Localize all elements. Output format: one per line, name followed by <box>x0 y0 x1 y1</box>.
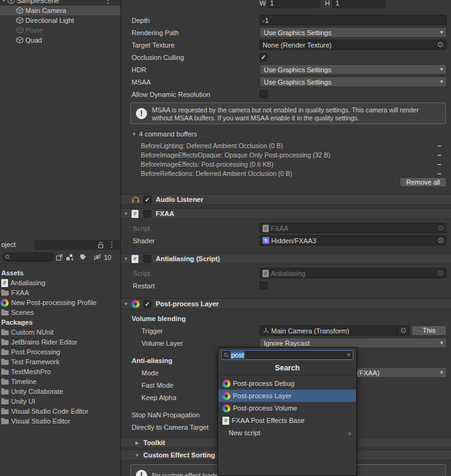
foldout-open-icon[interactable]: ▼ <box>130 132 138 137</box>
remove-buffer-icon[interactable]: − <box>437 141 441 151</box>
package-row[interactable]: TextMeshPro <box>0 367 120 377</box>
occlusion-culling-checkbox[interactable]: ✓ <box>259 53 268 61</box>
package-row[interactable]: Visual Studio Editor <box>0 416 120 426</box>
popup-item-label: New script <box>229 429 260 436</box>
package-label: Visual Studio Editor <box>11 417 70 425</box>
object-picker-icon[interactable]: ⊙ <box>437 236 444 245</box>
component-header-post-process-layer[interactable]: ▼ ✓ Post-process Layer ? ⋮ <box>121 298 451 309</box>
asset-row-post-processing-profile[interactable]: New Post-processing Profile <box>0 298 120 307</box>
object-picker-icon[interactable]: ⊙ <box>437 40 444 49</box>
this-button[interactable]: This <box>411 325 447 336</box>
package-row[interactable]: Post Processing <box>0 347 120 357</box>
asset-row-antialiasing[interactable]: # Antialiasing <box>0 278 120 288</box>
scene-label: SampleScene <box>17 0 59 4</box>
target-texture-field[interactable]: None (Render Texture) ⊙ <box>259 40 447 50</box>
hierarchy-item-quad[interactable]: Quad <box>0 35 120 45</box>
restart-checkbox[interactable] <box>259 282 268 290</box>
object-picker-icon[interactable]: ⊙ <box>397 326 407 335</box>
project-kebab-icon[interactable]: ⋮ <box>108 241 116 248</box>
hierarchy-item-plane[interactable]: Plane <box>0 25 120 35</box>
command-buffers-label[interactable]: 4 command buffers <box>139 129 197 139</box>
scene-kebab-icon[interactable]: ⋮ <box>104 0 112 4</box>
popup-item-label: Post-process Debug <box>233 380 295 387</box>
width-field[interactable]: 1 <box>267 0 320 8</box>
depth-field[interactable]: -1 <box>259 15 447 25</box>
msaa-dropdown[interactable]: Use Graphics Settings ▾ <box>259 77 447 87</box>
occlusion-culling-label: Occlusion Culling <box>132 52 184 62</box>
asset-row-scenes[interactable]: Scenes <box>0 307 120 317</box>
foldout-open-icon[interactable]: ▼ <box>122 301 130 307</box>
tab-project[interactable]: oject <box>0 240 35 250</box>
popup-item-post-process-volume[interactable]: Post-process Volume <box>219 402 356 414</box>
trigger-object-field[interactable]: Main Camera (Transform) ⊙ <box>259 325 410 336</box>
popup-item-post-process-layer[interactable]: Post-process Layer <box>219 390 356 402</box>
hierarchy-item-label: Plane <box>25 27 43 34</box>
remove-buffer-icon[interactable]: − <box>437 151 441 160</box>
hierarchy-item-label: Directional Light <box>25 17 74 24</box>
project-search-input[interactable] <box>11 254 49 261</box>
height-field[interactable]: 1 <box>332 0 386 8</box>
component-header-antialiasing[interactable]: ▼ # Antialiasing (Script) ? ⋮ <box>121 253 451 264</box>
package-row[interactable]: Visual Studio Code Editor <box>0 406 120 416</box>
folder-icon <box>1 291 9 296</box>
filter-by-type-icon[interactable] <box>65 253 74 262</box>
hidden-count: 10 <box>104 253 111 262</box>
hierarchy-scene-header[interactable]: ▼ SampleScene ⋮ <box>0 0 120 6</box>
asset-label: Scenes <box>11 309 34 316</box>
foldout-closed-icon[interactable]: ▶ <box>133 440 141 446</box>
submenu-chevron-icon: › <box>348 428 351 438</box>
package-row[interactable]: Unity UI <box>0 396 120 406</box>
allow-dynamic-resolution-checkbox[interactable] <box>259 90 268 98</box>
package-row[interactable]: JetBrains Rider Editor <box>0 337 120 347</box>
hierarchy-item-main-camera[interactable]: Main Camera <box>0 6 120 15</box>
filter-by-label-icon[interactable] <box>80 253 86 262</box>
popup-search-value[interactable]: post <box>230 351 245 359</box>
ppl-enabled-checkbox[interactable]: ✓ <box>143 300 151 308</box>
asset-row-fxaa[interactable]: FXAA <box>0 288 120 298</box>
assets-section-label[interactable]: Assets <box>1 268 23 278</box>
foldout-open-icon[interactable]: ▼ <box>122 211 130 217</box>
dropdown-arrow-icon: ▾ <box>440 77 443 86</box>
popup-item-new-script[interactable]: New script › <box>219 427 356 439</box>
clear-search-icon[interactable]: ✕ <box>346 352 351 358</box>
package-label: JetBrains Rider Editor <box>11 338 77 346</box>
fxaa-shader-field[interactable]: S Hidden/FXAA3 ⊙ <box>259 235 447 246</box>
fxaa-enabled-checkbox[interactable] <box>143 210 151 218</box>
remove-all-button[interactable]: Remove all <box>400 177 447 187</box>
asset-label: Antialiasing <box>11 279 45 286</box>
package-row[interactable]: Timeline <box>0 377 120 386</box>
project-toolbar: 10 <box>0 250 120 264</box>
component-header-fxaa[interactable]: ▼ # FXAA ? ⋮ <box>121 208 451 219</box>
remove-buffer-icon[interactable]: − <box>437 160 441 169</box>
component-title: Antialiasing (Script) <box>156 254 220 264</box>
popup-item-post-process-debug[interactable]: Post-process Debug <box>219 377 356 390</box>
fxaa-script-field[interactable]: # FXAA ⊙ <box>259 223 447 233</box>
lock-open-icon[interactable] <box>98 241 104 249</box>
foldout-open-icon[interactable]: ▼ <box>122 256 130 262</box>
package-row[interactable]: Custom NUnit <box>0 327 120 337</box>
antialiasing-script-field[interactable]: # Antialiasing ⊙ <box>259 268 447 278</box>
popup-search-field[interactable]: post ✕ <box>221 350 353 360</box>
antialiasing-enabled-checkbox[interactable] <box>143 255 151 263</box>
audio-listener-enabled-checkbox[interactable]: ✓ <box>143 196 151 204</box>
hdr-dropdown[interactable]: Use Graphics Settings ▾ <box>259 64 447 75</box>
hierarchy-item-directional-light[interactable]: Directional Light <box>0 15 120 25</box>
hidden-count-eye-icon[interactable] <box>93 253 102 262</box>
package-row[interactable]: Unity Collaborate <box>0 386 120 396</box>
rendering-path-value: Use Graphics Settings <box>264 29 331 36</box>
dropdown-arrow-icon: ▾ <box>440 368 443 377</box>
foldout-open-icon[interactable]: ▼ <box>0 0 7 3</box>
packages-section-label[interactable]: Packages <box>1 317 33 327</box>
folder-icon <box>1 360 9 365</box>
package-row[interactable]: Test Framework <box>0 357 120 367</box>
scene-icon <box>7 0 15 4</box>
headphones-icon <box>132 196 140 204</box>
project-search-box[interactable] <box>2 253 54 262</box>
search-jump-icon[interactable] <box>56 253 63 262</box>
left-column: ▼ SampleScene ⋮ Main Camera Directional … <box>0 0 121 476</box>
foldout-open-icon[interactable]: ▼ <box>133 453 141 458</box>
component-header-audio-listener[interactable]: ✓ Audio Listener ? ⋮ <box>121 194 451 205</box>
popup-item-fxaa-post-effects-base[interactable]: # FXAA Post Effects Base <box>219 414 356 427</box>
rendering-path-dropdown[interactable]: Use Graphics Settings ▾ <box>259 27 447 38</box>
height-label: H <box>325 0 330 8</box>
